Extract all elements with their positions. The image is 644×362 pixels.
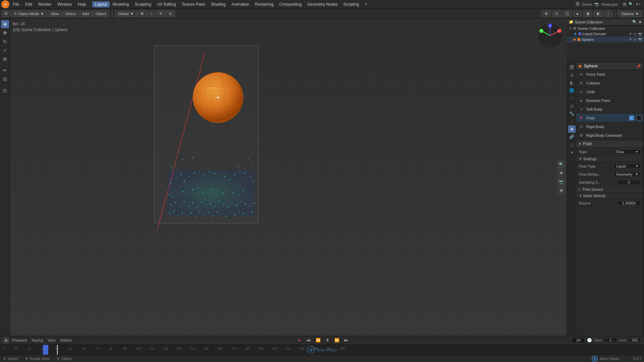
menu-file[interactable]: File (10, 1, 22, 7)
particles-props-btn[interactable]: ·: (568, 118, 576, 125)
timeline-view-menu[interactable]: View (46, 338, 58, 343)
outliner-filter[interactable]: ▼ (638, 20, 642, 24)
camera-btn[interactable]: 📷 (557, 178, 565, 185)
start-frame-input[interactable]: 1 (604, 338, 617, 343)
material-props-btn[interactable]: ● (568, 148, 576, 156)
marker-menu[interactable]: Marker (58, 338, 74, 343)
annotate-tool[interactable]: ✏ (1, 66, 9, 74)
app-icon[interactable]: ● (1, 0, 9, 8)
scene-props-btn[interactable]: 🌐 (568, 87, 576, 94)
move-tool[interactable]: ✥ (1, 29, 9, 37)
playback-menu[interactable]: Playback (10, 338, 29, 343)
add-cube-tool[interactable]: ⊡ (1, 86, 9, 95)
xray-btn[interactable]: ◫ (562, 10, 572, 17)
snap-btn[interactable]: ⊕ (138, 10, 147, 17)
view-layer-props-btn[interactable]: ◧ (568, 79, 576, 86)
workspace-tab-rendering[interactable]: Rendering (252, 1, 276, 7)
pivot-btn[interactable]: ◎ (166, 10, 175, 17)
viewport-icon[interactable]: ◎ (634, 32, 637, 36)
sampling-value[interactable]: 0 (617, 180, 641, 185)
shading-solid[interactable]: ● (573, 11, 582, 17)
rigid-body-item[interactable]: ⊟ Rigid Body (576, 122, 643, 131)
search-icon[interactable]: 🔍 (629, 2, 633, 6)
play-btn[interactable]: ⏸ (324, 337, 331, 344)
source-value[interactable]: 1.00000 (617, 200, 641, 206)
render-icon[interactable]: 📷 (638, 32, 642, 36)
rigid-body-constraint-item[interactable]: ⊠ Rigid Body Constraint (576, 131, 643, 140)
fluid-extra-toggle[interactable] (637, 116, 641, 120)
cloth-item[interactable]: ≋ Cloth (576, 87, 643, 96)
gizmo-btn[interactable]: ⊕ (542, 10, 551, 17)
flow-behav-dropdown[interactable]: Geometry ▼ (614, 172, 641, 177)
select-status[interactable]: 🖱 Select (3, 357, 18, 361)
collision-item[interactable]: ⊞ Collision (576, 79, 643, 87)
workspace-tab-compositing[interactable]: Compositing (276, 1, 304, 7)
object-status[interactable]: 🖱 Object (56, 357, 72, 361)
workspace-tab-texture-paint[interactable]: Texture Paint (179, 1, 208, 7)
current-frame-display[interactable]: 29 (572, 337, 585, 343)
fluid-section-header[interactable]: ▼ Fluid ⋯ (576, 140, 643, 148)
overlay-btn[interactable]: ⊙ (552, 10, 561, 17)
viewport-icon-btn[interactable]: ☰ (2, 10, 10, 17)
scale-tool[interactable]: ⤢ (1, 46, 9, 54)
render-props-btn[interactable]: 🎬 (568, 64, 576, 71)
dynamic-paint-item[interactable]: ◈ Dynamic Paint (576, 96, 643, 105)
object-props-btn[interactable]: ◎ (568, 102, 576, 110)
workspace-tab-sculpting[interactable]: Sculpting (132, 1, 154, 7)
menu-edit[interactable]: Edit (22, 1, 35, 7)
transform-btn[interactable]: ⟲ (156, 10, 165, 17)
outliner-sphere[interactable]: ▶ Sphere 👁 ◎ 📷 (567, 37, 644, 42)
workspace-tab-add[interactable]: + (362, 1, 370, 7)
sphere-eye-icon[interactable]: 👁 (629, 38, 632, 41)
fluid-toggle[interactable]: ✓ (629, 116, 634, 120)
physics-props-btn[interactable]: ⊕ (568, 125, 576, 133)
constraints-props-btn[interactable]: 🔗 (568, 133, 576, 140)
outliner-liquid-domain[interactable]: ▼ Liquid Domain 👁 ◎ 📷 (567, 31, 644, 37)
proportional-btn[interactable]: ○ (147, 11, 156, 17)
settings-sub-header[interactable]: ▼ Settings (576, 156, 643, 162)
rotate-tool[interactable]: ↻ (1, 38, 9, 46)
data-props-btn[interactable]: △ (568, 141, 576, 148)
scene-name[interactable]: Scene (582, 2, 592, 6)
zoom-in-btn[interactable]: 🔍 (557, 161, 565, 168)
flow-source-sub-header[interactable]: ▷ Flow Source (576, 186, 643, 193)
workspace-tab-layout[interactable]: Layout (92, 1, 110, 7)
timeline-ruler[interactable]: 0 10 20 30 40 50 60 70 80 90 100 110 120… (0, 345, 644, 355)
jump-start-btn[interactable]: ⏮ (305, 337, 312, 344)
table-btn[interactable]: ⊞ (557, 187, 565, 194)
keying-menu[interactable]: Keying (30, 338, 45, 343)
fluid-section-more[interactable]: ⋯ (638, 142, 641, 146)
shading-rendered[interactable]: ◐ (594, 10, 603, 17)
rotate-view-status[interactable]: 🖱 Rotate View (25, 357, 50, 361)
select-menu[interactable]: Select (62, 11, 79, 17)
workspace-tab-modeling[interactable]: Modeling (110, 1, 132, 7)
menu-help[interactable]: Help (75, 1, 89, 7)
menu-render[interactable]: Render (36, 1, 54, 7)
flow-type-dropdown[interactable]: Liquid ▼ (614, 164, 641, 169)
cursor-tool[interactable]: ⊕ (1, 20, 9, 28)
eye-icon[interactable]: 👁 (629, 32, 632, 36)
fluid-type-dropdown[interactable]: Flow ▼ (614, 149, 641, 155)
shading-material[interactable]: ◑ (583, 10, 592, 17)
3d-viewport[interactable]: fps: 24 (29) Scene Collection | Sphere (10, 19, 567, 336)
workspace-tab-geometry-nodes[interactable]: Geometry Nodes (305, 1, 340, 7)
workspace-tab-animation[interactable]: Animation (229, 1, 252, 7)
sphere-render-icon[interactable]: 📷 (638, 38, 642, 41)
props-pin-icon[interactable]: 📌 (637, 64, 641, 68)
global-selector[interactable]: Global ▼ (115, 11, 137, 17)
workspace-tab-scripting[interactable]: Scripting (341, 1, 362, 7)
end-frame-input[interactable]: 250 (628, 338, 641, 343)
modifier-props-btn[interactable]: 🔧 (568, 110, 576, 117)
prev-frame-btn[interactable]: ⏪ (314, 337, 322, 344)
jump-end-btn[interactable]: ⏭ (342, 337, 350, 344)
initial-velocity-sub-header[interactable]: ▼ Initial Velocity (576, 193, 643, 199)
view-menu[interactable]: View (48, 11, 62, 17)
record-btn[interactable]: ● (296, 337, 303, 344)
menu-window[interactable]: Window (55, 1, 74, 7)
transform-tool[interactable]: ⊞ (1, 55, 9, 63)
force-field-item[interactable]: ⊕ Force Field (576, 70, 643, 79)
view-layer-name[interactable]: ViewLayer (601, 2, 618, 6)
shading-wire[interactable]: ○ (604, 11, 613, 17)
object-menu[interactable]: Object (93, 11, 109, 17)
pan-btn[interactable]: ✥ (557, 169, 565, 177)
